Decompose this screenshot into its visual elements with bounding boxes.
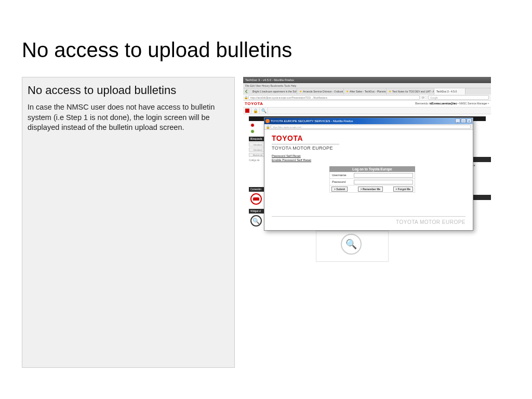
username-label: Username bbox=[330, 174, 354, 177]
password-row: Password bbox=[329, 179, 415, 185]
popup-titlebar: TOYOTA EUROPE SECURITY SERVICES - Mozill… bbox=[264, 118, 473, 124]
nav-back-icon[interactable] bbox=[243, 88, 250, 95]
app-toolbar: 🔒 🔍 bbox=[243, 107, 491, 114]
enable-password-reset-link[interactable]: Enable Password Self Reset bbox=[272, 158, 466, 162]
tab-2-label: Amanda Service Division - Outlook Web… bbox=[303, 90, 344, 93]
popup-body: TOYOTA TOYOTA MOTOR EUROPE Password Self… bbox=[264, 130, 473, 230]
toolbar-home-icon[interactable] bbox=[243, 107, 251, 114]
popup-footer-rule bbox=[272, 216, 466, 217]
star-icon: ★ bbox=[389, 90, 391, 93]
welcome-text: Bienvenido: td3.nmsc.service@tec • NMSC … bbox=[415, 102, 489, 105]
toyota-logo: TOYOTA bbox=[245, 101, 263, 106]
slide-title: No access to upload bulletins bbox=[22, 38, 292, 62]
tab-4[interactable]: ★Test Notes for TD3 DEV and UAT - After … bbox=[387, 88, 434, 95]
submit-button[interactable]: > Submit bbox=[331, 187, 348, 192]
screenshot-composite: TechDoc 3 - v4.5.0 - Mozilla Firefox Fil… bbox=[243, 77, 491, 254]
logo-rule bbox=[272, 144, 339, 144]
toyota-logo: TOYOTA bbox=[272, 134, 466, 142]
tab-1[interactable]: Bright 1 bedroom apartment in the Schu… bbox=[250, 88, 297, 95]
tab-3-label: After Sales - TechDoc - Planning Board bbox=[350, 90, 387, 93]
login-form: Log on to Toyota Europe Username Passwor… bbox=[329, 166, 415, 193]
star-icon: ★ bbox=[346, 90, 349, 93]
codigo-label: Código de bbox=[249, 159, 260, 162]
welcome-user: td3.nmsc.service@tec bbox=[430, 102, 457, 105]
center-magnifier-icon: 🔍 bbox=[341, 234, 362, 255]
login-buttons-row: > Submit > Remember Me > Forgot Me bbox=[329, 185, 415, 193]
tab-2[interactable]: ★Amanda Service Division - Outlook Web… bbox=[297, 88, 344, 95]
password-input[interactable] bbox=[354, 180, 413, 184]
car-icon[interactable] bbox=[250, 193, 262, 205]
panel-heading: No access to upload bulletins bbox=[28, 84, 229, 97]
alert-dot-icon bbox=[250, 123, 255, 127]
password-links: Password Self Reset Enable Password Self… bbox=[272, 154, 466, 163]
lock-icon: 🔒 bbox=[243, 96, 248, 99]
browser-search-field[interactable]: Google bbox=[428, 95, 489, 100]
tab-4-label: Test Notes for TD3 DEV and UAT - After … bbox=[392, 90, 434, 93]
welcome-role: • NMSC Service Manager • bbox=[457, 102, 489, 105]
popup-footer-text: TOYOTA MOTOR EUROPE bbox=[396, 219, 466, 225]
toolbar-search-icon[interactable]: 🔍 bbox=[260, 107, 268, 114]
tab-3[interactable]: ★After Sales - TechDoc - Planning Board bbox=[344, 88, 387, 95]
browser-menubar: File Edit View History Bookmarks Tools H… bbox=[243, 83, 491, 88]
remember-me-button[interactable]: > Remember Me bbox=[358, 187, 383, 192]
popup-title-text: TOYOTA EUROPE SECURITY SERVICES - Mozill… bbox=[271, 119, 353, 123]
app-brandbar: TOYOTA Bienvenido: td3.nmsc.service@tec … bbox=[243, 101, 491, 107]
lock-icon: 🔒 bbox=[264, 125, 271, 129]
maximize-icon[interactable]: □ bbox=[461, 118, 466, 123]
browser-addressbar: 🔒 https://tece0dtd3pre.toyota-europe.com… bbox=[243, 95, 491, 101]
login-header: Log on to Toyota Europe bbox=[329, 166, 415, 172]
magnifier-icon[interactable]: 🔍 bbox=[250, 215, 262, 227]
username-row: Username bbox=[329, 172, 415, 179]
panel-body: In case the NMSC user does not have acce… bbox=[28, 102, 229, 133]
close-icon[interactable]: × bbox=[467, 118, 472, 123]
refresh-icon[interactable]: ⟳ bbox=[420, 96, 426, 99]
window-controls: _ □ × bbox=[455, 118, 472, 123]
star-icon: ★ bbox=[299, 90, 302, 93]
url-field[interactable]: https://tece0dtd3pre.toyota-europe.com/P… bbox=[248, 95, 420, 100]
popup-addressbar: 🔒 https://tdoc.toyota-europe.com/… bbox=[264, 124, 473, 130]
alert-dot-icon bbox=[250, 129, 255, 134]
welcome-prefix: Bienvenido: bbox=[415, 102, 430, 105]
firefox-icon bbox=[265, 119, 270, 123]
explanation-panel: No access to upload bulletins In case th… bbox=[22, 77, 235, 368]
toolbar-lock-icon[interactable]: 🔒 bbox=[251, 107, 260, 114]
toyota-motor-europe-label: TOYOTA MOTOR EUROPE bbox=[272, 145, 466, 151]
password-label: Password bbox=[330, 180, 354, 183]
password-self-reset-link[interactable]: Password Self Reset bbox=[272, 154, 466, 158]
forgot-me-button[interactable]: > Forgot Me bbox=[393, 187, 413, 192]
browser-tabstrip: Bright 1 bedroom apartment in the Schu… … bbox=[243, 88, 491, 95]
login-popup-window: TOYOTA EUROPE SECURITY SERVICES - Mozill… bbox=[264, 117, 473, 231]
username-input[interactable] bbox=[354, 173, 413, 178]
tab-active[interactable]: TechDoc 3 - 4.5.0 bbox=[434, 88, 466, 95]
browser-titlebar: TechDoc 3 - v4.5.0 - Mozilla Firefox bbox=[243, 77, 491, 83]
minimize-icon[interactable]: _ bbox=[455, 118, 460, 123]
popup-url-field[interactable]: https://tdoc.toyota-europe.com/… bbox=[271, 125, 471, 129]
